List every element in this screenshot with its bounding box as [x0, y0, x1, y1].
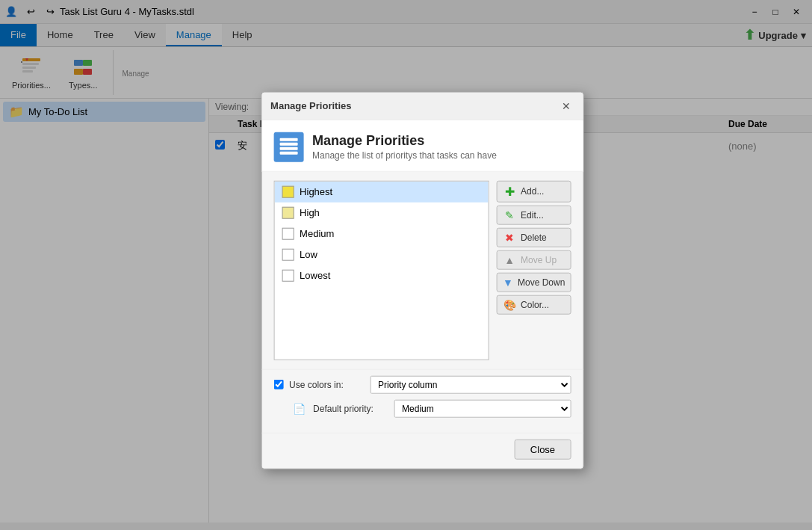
move-down-button[interactable]: ▼ Move Down	[496, 272, 571, 292]
move-up-icon: ▲	[503, 253, 516, 265]
priority-label-low: Low	[300, 249, 317, 260]
delete-icon: ✖	[503, 231, 516, 243]
svg-rect-12	[279, 147, 297, 150]
use-colors-checkbox[interactable]	[273, 380, 283, 389]
default-priority-label: Default priority:	[313, 403, 388, 413]
default-priority-select[interactable]: Medium Highest High Low Lowest	[394, 399, 571, 417]
dialog-titlebar: Manage Priorities ✕	[261, 92, 583, 120]
dialog-header-text: Manage Priorities Manage the list of pri…	[312, 133, 497, 161]
edit-icon: ✎	[503, 209, 516, 221]
action-buttons: ✚ Add... ✎ Edit... ✖ Delete ▲ Move Up ▼ …	[496, 180, 571, 360]
add-icon: ✚	[503, 184, 516, 198]
priority-item-low[interactable]: Low	[274, 244, 488, 265]
priority-label-highest: Highest	[300, 186, 332, 197]
priority-color-highest	[282, 185, 294, 197]
manage-priorities-dialog: Manage Priorities ✕ Manage Priorities Ma…	[261, 91, 583, 469]
priority-list: Highest High Medium Low Lowest	[273, 180, 489, 360]
dialog-main-title: Manage Priorities	[312, 133, 497, 149]
priority-color-medium	[282, 227, 294, 239]
default-priority-icon: 📄	[293, 402, 306, 414]
priority-item-lowest[interactable]: Lowest	[274, 265, 488, 286]
add-button[interactable]: ✚ Add...	[496, 180, 571, 202]
svg-rect-10	[279, 138, 297, 141]
use-colors-select[interactable]: Priority column All columns None	[370, 375, 571, 393]
priority-item-medium[interactable]: Medium	[274, 223, 488, 244]
priority-color-low	[282, 248, 294, 260]
dialog-footer-options: Use colors in: Priority column All colum…	[261, 369, 583, 432]
priority-label-lowest: Lowest	[300, 270, 330, 281]
priority-label-high: High	[300, 207, 320, 218]
color-icon: 🎨	[503, 298, 516, 310]
move-up-button[interactable]: ▲ Move Up	[496, 250, 571, 269]
delete-button[interactable]: ✖ Delete	[496, 227, 571, 247]
priority-label-medium: Medium	[300, 228, 334, 239]
color-button[interactable]: 🎨 Color...	[496, 295, 571, 314]
priority-item-highest[interactable]: Highest	[274, 181, 488, 202]
dialog-body: Highest High Medium Low Lowest ✚	[261, 171, 583, 369]
priority-color-high	[282, 206, 294, 218]
dialog-header: Manage Priorities Manage the list of pri…	[261, 120, 583, 171]
priority-color-lowest	[282, 269, 294, 281]
dialog-header-icon	[273, 132, 303, 161]
default-priority-row: 📄 Default priority: Medium Highest High …	[273, 399, 571, 417]
dialog-title: Manage Priorities	[270, 100, 351, 111]
dialog-subtitle: Manage the list of prioritys that tasks …	[312, 150, 497, 161]
dialog-close-action-button[interactable]: Close	[515, 439, 571, 459]
svg-rect-13	[279, 151, 297, 154]
dialog-close-button[interactable]: ✕	[559, 98, 574, 113]
edit-button[interactable]: ✎ Edit...	[496, 205, 571, 224]
dialog-actions: Close	[261, 432, 583, 468]
use-colors-label: Use colors in:	[289, 379, 364, 389]
svg-rect-11	[279, 142, 297, 145]
use-colors-row: Use colors in: Priority column All colum…	[273, 375, 571, 393]
move-down-icon: ▼	[503, 276, 513, 288]
priority-item-high[interactable]: High	[274, 202, 488, 223]
